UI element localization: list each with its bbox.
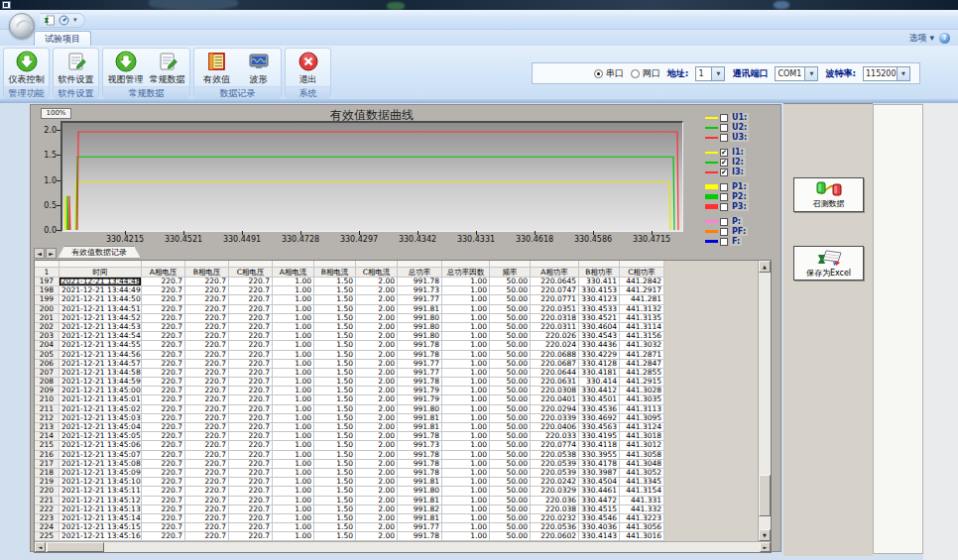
table-cell[interactable]: 2.00 [356,360,398,369]
table-cell[interactable]: 2021-12-21 13:45:16 [60,532,142,541]
table-cell[interactable]: 991.78 [398,451,442,460]
gauge-quick-icon[interactable] [59,15,69,26]
view-management-button[interactable]: 视图管理 [105,51,146,86]
table-cell[interactable]: 50.00 [490,369,531,378]
table-cell[interactable]: 991.78 [398,460,442,469]
table-cell[interactable]: 220.7 [229,523,273,532]
table-cell[interactable]: 1.00 [442,441,490,450]
table-cell[interactable]: 1.00 [442,286,490,295]
network-radio[interactable]: 网口 [631,67,660,80]
table-cell[interactable]: 991.77 [398,369,442,378]
table-cell[interactable]: 220.7 [185,532,229,541]
table-cell[interactable]: 330.4504 [579,478,620,487]
sheet-next-button[interactable]: ► [46,248,57,259]
table-cell[interactable]: 220.0538 [531,451,579,460]
table-cell[interactable]: 1.00 [442,523,490,532]
options-menu[interactable]: 选项 ▾ [909,32,934,45]
table-cell[interactable]: 991.78 [398,378,442,387]
table-cell[interactable]: 220.0602 [531,532,579,541]
table-cell[interactable]: 220.7 [185,305,229,314]
table-cell[interactable]: 2.00 [356,532,398,541]
excel-quick-icon[interactable] [44,15,55,26]
table-cell[interactable]: 1.50 [314,351,356,360]
table-cell[interactable]: 330.4533 [579,305,620,314]
table-cell[interactable]: 220.7 [142,523,185,532]
table-cell[interactable]: 220.0318 [531,314,579,323]
table-cell[interactable]: 220.7 [142,369,185,378]
table-cell[interactable]: 1.00 [442,532,490,541]
table-cell[interactable]: 220.7 [185,332,229,341]
table-cell[interactable]: 2021-12-21 13:45:12 [60,497,142,505]
table-cell[interactable]: 220.7 [185,497,229,505]
table-cell[interactable]: 1.00 [442,351,490,360]
table-cell[interactable]: 330.3987 [579,469,620,478]
table-cell[interactable]: 220.024 [531,341,579,350]
table-cell[interactable]: 1.50 [314,523,356,532]
table-cell[interactable]: 1.00 [273,460,314,469]
table-header-cell[interactable]: C相电压 [229,268,273,278]
table-cell[interactable]: 220.7 [185,378,229,387]
table-cell[interactable]: 50.00 [490,487,531,496]
table-cell[interactable]: 1.00 [273,286,314,295]
table-cell[interactable]: 1.00 [273,432,314,441]
table-cell[interactable]: 441.3056 [620,523,664,532]
table-cell[interactable]: 220.7 [142,405,185,414]
table-cell[interactable]: 216 [35,451,60,460]
table-header-cell[interactable]: A相电流 [273,268,314,278]
table-cell[interactable]: 220.7 [229,295,273,304]
table-cell[interactable]: 1.50 [314,414,356,423]
table-cell[interactable]: 1.00 [273,387,314,395]
table-cell[interactable]: 211 [35,405,60,414]
table-cell[interactable]: 220.0294 [531,405,579,414]
table-cell[interactable]: 2021-12-21 13:45:01 [60,395,142,404]
horizontal-scrollbar[interactable]: ◄ ► [35,541,771,552]
table-cell[interactable]: 2021-12-21 13:45:14 [60,514,142,523]
scroll-left-icon[interactable]: ◄ [35,542,46,552]
table-cell[interactable]: 441.3095 [620,414,664,423]
table-cell[interactable]: 50.00 [490,360,531,369]
table-cell[interactable]: 330.4543 [579,332,620,341]
table-cell[interactable]: 220.7 [185,286,229,295]
table-cell[interactable]: 50.00 [490,514,531,523]
table-cell[interactable]: 2021-12-21 13:44:59 [60,378,142,387]
table-cell[interactable]: 1.50 [314,432,356,441]
table-cell[interactable]: 1.00 [273,395,314,404]
table-cell[interactable]: 1.50 [314,423,356,432]
table-cell[interactable]: 330.4436 [579,341,620,350]
horizontal-scroll-thumb[interactable] [47,542,104,552]
table-cell[interactable]: 991.80 [398,487,442,496]
table-cell[interactable]: 220.7 [229,460,273,469]
table-cell[interactable]: 2.00 [356,387,398,395]
table-cell[interactable]: 220.7 [229,395,273,404]
table-cell[interactable]: 441.3052 [620,469,664,478]
table-cell[interactable]: 330.4692 [579,414,620,423]
table-cell[interactable]: 330.411 [579,278,620,286]
table-cell[interactable]: 2.00 [356,351,398,360]
table-cell[interactable]: 220.7 [142,295,185,304]
table-cell[interactable]: 50.00 [490,395,531,404]
table-cell[interactable]: 2.00 [356,451,398,460]
table-cell[interactable]: 1.00 [273,505,314,514]
table-cell[interactable]: 2021-12-21 13:44:58 [60,369,142,378]
table-cell[interactable]: 1.00 [442,369,490,378]
scroll-up-icon[interactable]: ▲ [759,261,771,273]
table-cell[interactable]: 215 [35,441,60,450]
table-cell[interactable]: 1.00 [273,497,314,505]
table-cell[interactable]: 220.7 [229,278,273,286]
table-cell[interactable]: 220.7 [185,278,229,286]
table-cell[interactable]: 1.00 [442,423,490,432]
table-cell[interactable]: 330.4521 [579,314,620,323]
vertical-scroll-thumb[interactable] [759,475,771,516]
table-cell[interactable]: 2.00 [356,305,398,314]
table-cell[interactable]: 220.7 [185,460,229,469]
table-cell[interactable]: 220.038 [531,505,579,514]
table-cell[interactable]: 441.3058 [620,451,664,460]
table-cell[interactable]: 1.00 [273,378,314,387]
table-header-cell[interactable]: 时间 [60,268,142,278]
table-cell[interactable]: 213 [35,423,60,432]
table-cell[interactable]: 50.00 [490,314,531,323]
table-cell[interactable]: 2.00 [356,378,398,387]
table-cell[interactable]: 1.00 [442,314,490,323]
table-cell[interactable]: 330.4546 [579,514,620,523]
table-cell[interactable]: 2.00 [356,369,398,378]
